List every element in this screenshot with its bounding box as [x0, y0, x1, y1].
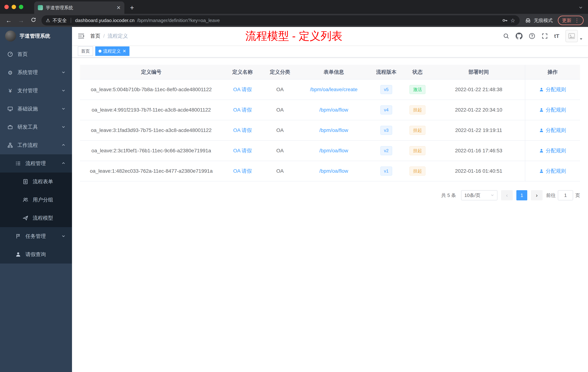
form-link[interactable]: /bpm/oa/flow — [319, 148, 348, 153]
help-icon[interactable] — [529, 33, 535, 39]
col-process-version: 流程版本 — [370, 65, 403, 79]
form-link[interactable]: /bpm/oa/flow — [319, 127, 348, 133]
sidebar-item-infrastructure[interactable]: 基础设施 — [0, 100, 72, 118]
sidebar-item-process-form[interactable]: 流程表单 — [0, 173, 72, 191]
cell-definition-category: OA — [262, 100, 298, 120]
tab-search-chevron-icon[interactable] — [578, 4, 583, 11]
chevron-up-icon — [62, 143, 65, 147]
version-badge: v2 — [380, 146, 392, 155]
sidebar-item-label: 流程模型 — [33, 215, 53, 221]
update-label: 更新 — [562, 17, 571, 24]
definition-name-link[interactable]: OA 请假 — [233, 127, 252, 133]
main-content: 定义编号 定义名称 定义分类 表单信息 流程版本 状态 部署时间 操作 oa_l… — [72, 57, 588, 372]
sidebar-item-dev-tools[interactable]: 研发工具 — [0, 118, 72, 136]
goto-page-input[interactable] — [558, 190, 573, 200]
forward-icon[interactable]: → — [17, 17, 25, 24]
sidebar-item-task-management[interactable]: 任务管理 — [0, 227, 72, 245]
incognito-badge: 无痕模式 — [523, 17, 554, 24]
table-row: oa_leave:3:1fad3d93-7b75-11ec-a3c8-acde4… — [80, 120, 580, 141]
window-minimize-button[interactable] — [12, 5, 16, 9]
sidebar-item-process-management[interactable]: 流程管理 — [0, 154, 72, 173]
assign-rule-link[interactable]: 分配规则 — [539, 86, 566, 93]
fullscreen-icon[interactable] — [541, 33, 548, 39]
next-page-button[interactable]: › — [531, 190, 543, 200]
tag-home[interactable]: 首页 — [78, 46, 93, 56]
tag-close-icon[interactable]: ✕ — [123, 49, 126, 53]
window-close-button[interactable] — [4, 5, 9, 9]
status-badge: 挂起 — [410, 126, 425, 135]
sidebar-item-system[interactable]: ⚙ 系统管理 — [0, 63, 72, 82]
cell-actions: 分配规则 — [525, 141, 580, 161]
sidebar-item-process-model[interactable]: 流程模型 — [0, 209, 72, 227]
sidebar: 芋道管理系统 首页 ⚙ 系统管理 ¥ 支付管理 — [0, 27, 72, 372]
definition-name-link[interactable]: OA 请假 — [233, 168, 252, 174]
sidebar-item-payment[interactable]: ¥ 支付管理 — [0, 82, 72, 100]
chevron-down-icon — [62, 125, 65, 129]
window-zoom-button[interactable] — [19, 5, 23, 9]
browser-tab[interactable]: 芋道管理系统 ✕ — [34, 1, 124, 14]
definition-name-link[interactable]: OA 请假 — [233, 107, 252, 113]
cell-definition-category: OA — [262, 141, 298, 161]
back-icon[interactable]: ← — [4, 17, 13, 24]
browser-menu-icon[interactable]: ⋮ — [574, 17, 579, 23]
new-tab-button[interactable]: + — [126, 2, 137, 13]
page-number-1[interactable]: 1 — [516, 190, 527, 200]
sidebar-item-label: 流程管理 — [25, 160, 46, 167]
definition-name-link[interactable]: OA 请假 — [233, 148, 252, 153]
tag-process-definition[interactable]: 流程定义 ✕ — [95, 46, 129, 56]
cell-definition-category: OA — [262, 161, 298, 181]
sidebar-item-home[interactable]: 首页 — [0, 45, 72, 63]
screen: 芋道管理系统 ✕ + ← → ⚠ 不安全 dashboard.yudao.ioc… — [0, 0, 588, 372]
github-icon[interactable] — [516, 33, 523, 40]
sidebar-item-label: 首页 — [17, 51, 28, 58]
password-key-icon[interactable] — [502, 17, 508, 23]
col-definition-id: 定义编号 — [80, 65, 222, 79]
navbar-actions: tT — [503, 30, 588, 42]
address-bar[interactable]: ⚠ 不安全 dashboard.yudao.iocoder.cn/bpm/man… — [42, 15, 520, 25]
cell-definition-name: OA 请假 — [222, 100, 262, 120]
status-badge: 挂起 — [410, 166, 425, 176]
assign-rule-link[interactable]: 分配规则 — [539, 127, 566, 134]
bookmark-star-icon[interactable]: ☆ — [510, 17, 515, 24]
tag-label: 流程定义 — [103, 48, 121, 54]
chrome-update-button[interactable]: 更新 ⋮ — [558, 16, 584, 25]
cell-definition-name: OA 请假 — [222, 161, 262, 181]
not-secure-warning-icon: ⚠ — [46, 18, 50, 23]
cell-deploy-time: 2022-01-22 21:48:38 — [432, 79, 525, 100]
incognito-label: 无痕模式 — [534, 17, 553, 24]
page-size-select[interactable]: 10条/页 — [461, 190, 497, 200]
cell-process-version: v5 — [370, 79, 403, 100]
chevron-up-icon — [62, 161, 65, 165]
cell-actions: 分配规则 — [525, 100, 580, 120]
sidebar-item-label: 任务管理 — [25, 233, 46, 240]
sidebar-item-user-group[interactable]: 用户分组 — [0, 191, 72, 209]
gear-icon: ⚙ — [7, 69, 13, 75]
definition-name-link[interactable]: OA 请假 — [233, 87, 252, 92]
prev-page-button[interactable]: ‹ — [501, 190, 513, 200]
form-link[interactable]: /bpm/oa/flow — [319, 107, 348, 113]
reload-icon[interactable] — [29, 17, 38, 24]
chevron-down-icon — [62, 70, 65, 74]
assign-rule-link[interactable]: 分配规则 — [539, 107, 566, 113]
sidebar-logo[interactable]: 芋道管理系统 — [0, 27, 72, 45]
cell-process-version: v2 — [370, 141, 403, 161]
chevron-down-icon — [491, 193, 494, 198]
tab-close-icon[interactable]: ✕ — [116, 5, 121, 11]
user-avatar-dropdown[interactable] — [566, 30, 583, 42]
cell-form-info: /bpm/oa/flow — [297, 141, 370, 161]
form-link[interactable]: /bpm/oa/flow — [319, 168, 348, 174]
breadcrumb-separator: / — [103, 33, 105, 39]
breadcrumb-home[interactable]: 首页 — [90, 33, 100, 40]
sidebar-toggle-hamburger-icon[interactable] — [72, 33, 90, 39]
search-icon[interactable] — [503, 33, 509, 39]
status-badge: 挂起 — [410, 105, 425, 114]
sidebar-item-workflow[interactable]: 工作流程 — [0, 136, 72, 154]
url-path: /bpm/manager/definition?key=oa_leave — [137, 18, 220, 23]
font-size-icon[interactable]: tT — [554, 33, 559, 39]
cell-form-info: /bpm/oa/leave/create — [297, 79, 370, 100]
sidebar-item-leave-query[interactable]: 请假查询 — [0, 245, 72, 263]
assign-rule-link[interactable]: 分配规则 — [539, 168, 566, 175]
users-icon — [22, 197, 28, 203]
assign-rule-link[interactable]: 分配规则 — [539, 147, 566, 154]
form-link[interactable]: /bpm/oa/leave/create — [310, 87, 358, 92]
